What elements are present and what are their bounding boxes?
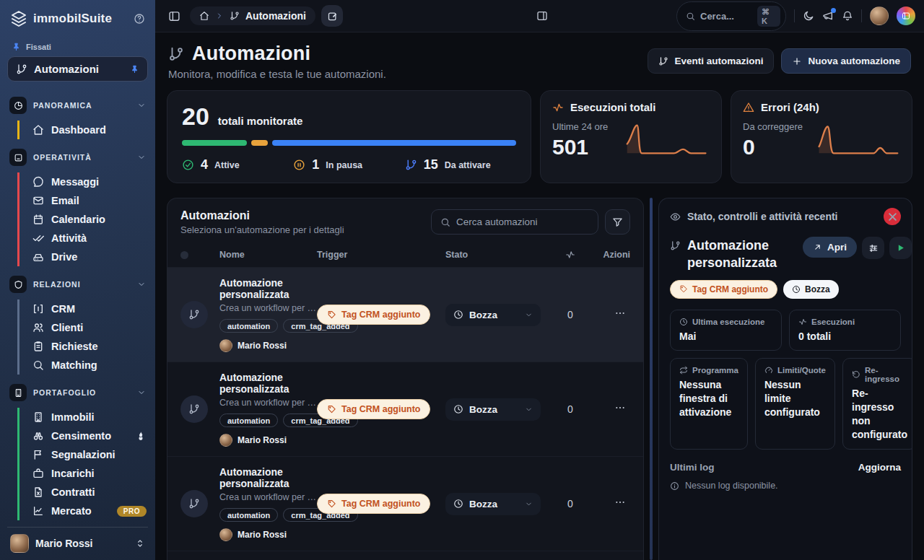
status-legend: 4Attive 1In pausa 15Da attivare (182, 157, 516, 172)
info-box-esecuzioni: Esecuzioni 0 totali (789, 310, 901, 351)
sidebar-item-contratti[interactable]: Contratti (31, 483, 148, 502)
sidebar-item-calendario[interactable]: Calendario (31, 210, 148, 229)
row-menu-button[interactable] (588, 307, 630, 322)
message-icon (32, 176, 44, 188)
sidebar-item-dashboard[interactable]: Dashboard (31, 121, 148, 139)
chevron-down-icon (525, 500, 533, 508)
sidebar-item-email[interactable]: Email (31, 191, 148, 210)
nuova-automazione-button[interactable]: Nuova automazione (781, 48, 911, 74)
sidebar-item-segnalazioni[interactable]: Segnalazioni (31, 445, 148, 464)
sidebar-item-richieste[interactable]: Richieste (31, 337, 148, 356)
config-box-programma: Programma Nessuna finestra di attivazion… (670, 358, 748, 450)
chevron-down-icon (137, 280, 146, 289)
trigger-badge: Tag CRM aggiunto (317, 399, 430, 419)
compose-button[interactable] (321, 5, 343, 27)
apri-button[interactable]: Apri (803, 237, 857, 258)
stats-row: 20 totali monitorate 4Attive 1In pausa 1… (167, 90, 912, 183)
sidebar-section-panoramica[interactable]: PANORAMICA (7, 92, 148, 119)
global-search[interactable]: ⌘ K (676, 1, 786, 31)
sidebar-item-clienti[interactable]: Clienti (31, 318, 148, 337)
aggiorna-button[interactable]: Aggiorna (858, 462, 901, 473)
avatar (10, 534, 29, 553)
user-name: Mario Rossi (35, 538, 92, 549)
breadcrumb[interactable]: Automazioni (190, 6, 315, 25)
filter-button[interactable] (605, 209, 630, 235)
profile-avatar[interactable] (870, 6, 889, 25)
clock-icon (453, 499, 463, 509)
settings-button[interactable] (862, 237, 884, 259)
status-select[interactable]: Bozza (445, 304, 541, 326)
divider (794, 9, 795, 22)
sidebar-item-mercato[interactable]: MercatoPRO (31, 502, 148, 520)
announcements-icon[interactable] (822, 10, 834, 22)
user-menu[interactable]: Mario Rossi (7, 527, 148, 554)
stat-card-esecuzioni: Esecuzioni totali Ultime 24 ore 501 (540, 90, 722, 183)
panel-toggle-icon[interactable] (536, 10, 548, 22)
logs-empty-state: Nessun log disponibile. (670, 481, 901, 491)
sidebar-item-crm[interactable]: CRM (31, 299, 148, 318)
table-row[interactable]: Automazione personalizzata Crea un workf… (167, 456, 643, 551)
home-icon (32, 124, 44, 136)
sidebar-item-incarichi[interactable]: Incarichi (31, 464, 148, 483)
repeat-icon (679, 366, 688, 375)
sidebar-section-operatività[interactable]: OPERATIVITÀ (7, 144, 148, 171)
search-icon (440, 217, 450, 227)
search-input[interactable] (700, 11, 752, 22)
row-name-cell: Automazione personalizzata Crea un workf… (219, 277, 317, 352)
status-select[interactable]: Bozza (445, 493, 541, 515)
sidebar-section-relazioni[interactable]: RELAZIONI (7, 271, 148, 298)
total-label: totali monitorate (218, 115, 303, 127)
edit-icon (327, 11, 338, 22)
checks-icon (32, 232, 44, 244)
sidebar-item-drive[interactable]: Drive (31, 248, 148, 266)
chevron-down-icon (525, 311, 533, 319)
chevron-updown-icon (135, 538, 145, 548)
clock-icon (453, 310, 463, 320)
help-icon[interactable] (134, 13, 145, 25)
run-button[interactable] (889, 237, 912, 259)
table-search-input[interactable] (456, 216, 572, 227)
sidebar-item-immobili[interactable]: Immobili (31, 408, 148, 426)
tag-icon (679, 285, 688, 294)
row-menu-button[interactable] (588, 402, 630, 416)
chevron-down-icon (137, 388, 146, 397)
status-select[interactable]: Bozza (445, 398, 541, 421)
pie-icon (9, 97, 27, 114)
arrow-up-right-icon (813, 242, 822, 252)
users-icon (32, 322, 44, 333)
apps-button[interactable] (897, 6, 915, 25)
tag-pill: automation (219, 508, 278, 522)
pin-icon[interactable] (130, 64, 139, 74)
sidebar-item-attività[interactable]: Attività (31, 229, 148, 248)
eventi-automazioni-button[interactable]: Eventi automazioni (648, 48, 774, 74)
sidebar-toggle-icon[interactable] (164, 6, 184, 26)
app-name: immobilSuite (33, 12, 112, 26)
table-row[interactable]: Automazione personalizzata Crea un workf… (167, 362, 643, 456)
sidebar-item-censimento[interactable]: Censimento (31, 426, 148, 445)
table-row[interactable]: Automazione personalizzata Crea un workf… (167, 267, 643, 362)
sidebar: immobilSuite Fissati Automazioni PANORAM… (0, 0, 155, 560)
table-search[interactable] (431, 209, 598, 235)
clock-icon (679, 318, 688, 326)
row-menu-button[interactable] (588, 496, 630, 511)
trigger-badge: Tag CRM aggiunto (317, 494, 430, 514)
theme-toggle-icon[interactable] (803, 10, 814, 22)
sliders-icon (868, 243, 879, 253)
scrollbar[interactable] (650, 198, 653, 560)
sidebar-item-messaggi[interactable]: Messaggi (31, 172, 148, 191)
close-panel-button[interactable] (884, 208, 901, 225)
breadcrumb-page: Automazioni (245, 10, 306, 22)
home-icon[interactable] (199, 11, 209, 21)
sidebar-section-portafoglio[interactable]: PORTAFOGLIO (7, 379, 148, 406)
rotate-icon (852, 370, 860, 379)
sidebar-item-automazioni-pinned[interactable]: Automazioni (7, 56, 148, 82)
table-row[interactable]: Automazione personalizzata Crea un'autom… (167, 551, 643, 560)
divider (861, 9, 862, 22)
eye-icon (670, 211, 681, 222)
info-box-ultima-esecuzione: Ultima esecuzione Mai (670, 310, 782, 351)
select-all-dot[interactable] (180, 251, 188, 259)
sidebar-item-matching[interactable]: Matching (31, 356, 148, 375)
automations-table-card: Automazioni Seleziona un'automazione per… (167, 198, 644, 560)
git-branch-icon (670, 240, 681, 251)
bell-icon[interactable] (842, 10, 853, 22)
